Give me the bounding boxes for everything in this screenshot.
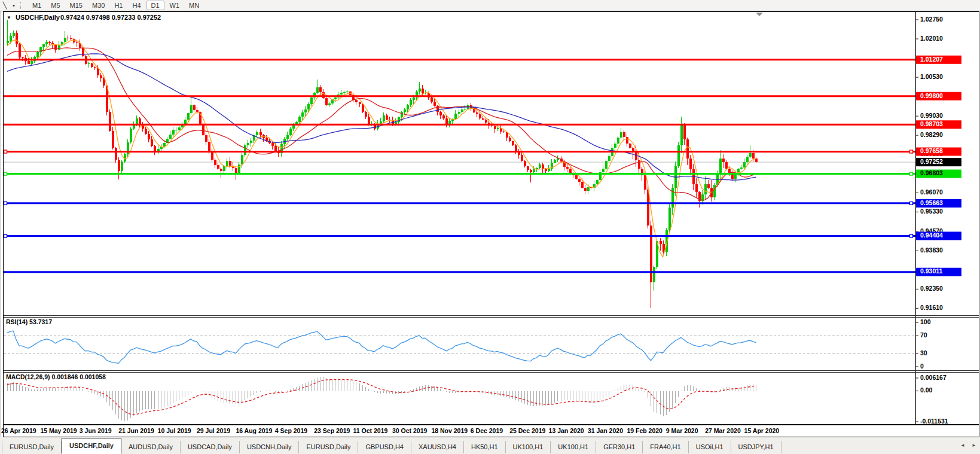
- rsi-axis-label: 70: [920, 331, 927, 339]
- toolbar-dropdown-caret-icon[interactable]: ▾: [10, 3, 18, 8]
- chart-shift-marker[interactable]: [756, 13, 763, 16]
- price-tick-label: 0.92350: [920, 285, 943, 292]
- chart-title-symbol: USDCHF,Daily: [16, 14, 60, 21]
- line-handle[interactable]: [4, 234, 7, 237]
- line-handle[interactable]: [910, 172, 913, 175]
- chart-tab-xauusd-h4[interactable]: XAUUSD,H4: [411, 441, 464, 453]
- timeframe-button-m1[interactable]: M1: [28, 1, 45, 10]
- timeframe-button-w1[interactable]: W1: [166, 1, 184, 10]
- line-handle[interactable]: [4, 172, 7, 175]
- price-badge-0.93011: 0.93011: [916, 267, 961, 276]
- timeframe-button-m5[interactable]: M5: [47, 1, 64, 10]
- line-handle[interactable]: [4, 150, 7, 153]
- svg-text:0.98703: 0.98703: [920, 120, 943, 127]
- chart-tab-gbpusd-h4[interactable]: GBPUSD,H4: [358, 441, 411, 453]
- price-tick-label: 0.95330: [920, 208, 943, 215]
- tabs-scroll-right-icon[interactable]: ►: [972, 443, 976, 448]
- price-badge-0.97658: 0.97658: [916, 147, 961, 156]
- chart-tabs: EURUSD,DailyUSDCHF,DailyAUDUSD,DailyUSDC…: [0, 437, 781, 454]
- horizontal-line-0.97658[interactable]: [4, 150, 915, 153]
- macd-signal-line: [7, 380, 756, 415]
- ma-fast-line: [7, 40, 756, 257]
- date-label: 21 Jun 2019: [118, 427, 154, 434]
- macd-label: MACD(12,26,9) 0.001846 0.001058: [6, 373, 106, 380]
- price-tick-label: 1.00530: [920, 73, 943, 80]
- macd-histogram: [8, 377, 756, 421]
- date-label: 15 May 2019: [40, 427, 77, 434]
- chart-tab-usdcad-daily[interactable]: USDCAD,Daily: [181, 441, 240, 453]
- macd-axis-label: 0.00: [920, 386, 933, 394]
- chart-window[interactable]: USDCHF,Daily0.97424 0.97498 0.97233 0.97…: [0, 11, 980, 437]
- svg-text:0.94404: 0.94404: [920, 231, 943, 239]
- rsi-pane[interactable]: [4, 331, 915, 363]
- horizontal-line-0.96803[interactable]: [4, 172, 915, 175]
- line-handle[interactable]: [910, 150, 913, 153]
- rsi-axis-label: 100: [920, 318, 931, 325]
- timeframe-button-m30[interactable]: M30: [88, 1, 109, 10]
- svg-text:0.93011: 0.93011: [920, 267, 943, 275]
- chart-dropdown-icon[interactable]: ▼: [7, 15, 11, 20]
- timeframe-button-d1[interactable]: D1: [146, 1, 164, 10]
- price-badge-0.96803: 0.96803: [916, 169, 961, 178]
- line-handle[interactable]: [4, 202, 7, 205]
- chart-tab-uk100-h1[interactable]: UK100,H1: [551, 441, 596, 453]
- date-axis[interactable]: 26 Apr 201915 May 20193 Jun 201921 Jun 2…: [1, 427, 779, 434]
- date-label: 6 Dec 2019: [471, 427, 503, 434]
- tabs-scroll-left-icon[interactable]: ◄: [960, 443, 965, 448]
- svg-text:0.97252: 0.97252: [920, 158, 943, 165]
- candles-layer: [7, 20, 758, 308]
- chart-tab-usdjpy-h1[interactable]: USDJPY,H1: [731, 441, 781, 453]
- chart-tab-usoil-h1[interactable]: USOil,H1: [689, 441, 731, 453]
- horizontal-line-0.94404[interactable]: [4, 234, 915, 237]
- date-label: 23 Sep 2019: [314, 427, 350, 434]
- timeframe-button-h4[interactable]: H4: [128, 1, 145, 10]
- date-label: 3 Jun 2019: [80, 427, 112, 434]
- timeframe-button-h1[interactable]: H1: [110, 1, 127, 10]
- horizontal-line-0.95663[interactable]: [4, 202, 915, 205]
- price-badge-0.99800: 0.99800: [916, 92, 961, 100]
- price-tick-label: 0.93830: [920, 246, 943, 254]
- chart-tab-uk100-h1[interactable]: UK100,H1: [506, 441, 551, 453]
- toolbar: ╲ ▾ M1M5M15M30H1H4D1W1MN: [0, 0, 980, 11]
- date-label: 26 Apr 2019: [1, 427, 36, 434]
- chart-tab-usdchf-daily[interactable]: USDCHF,Daily: [62, 438, 121, 454]
- line-tool-icon[interactable]: ╲: [0, 2, 10, 10]
- price-tick-label: 1.02010: [920, 35, 943, 42]
- chart-tab-fra40-h1[interactable]: FRA40,H1: [643, 441, 688, 453]
- main-price-pane[interactable]: [4, 20, 915, 308]
- timeframe-button-m15[interactable]: M15: [66, 1, 87, 10]
- line-handle[interactable]: [910, 202, 913, 205]
- macd-pane[interactable]: [7, 377, 756, 421]
- price-badge-0.95663: 0.95663: [916, 199, 961, 208]
- macd-axis-label: -0.011531: [920, 418, 948, 425]
- chart-tab-eurusd-daily[interactable]: EURUSD,Daily: [2, 441, 62, 453]
- date-label: 13 Jan 2020: [549, 427, 584, 434]
- chart-tab-ger30-h1[interactable]: GER30,H1: [596, 441, 643, 453]
- price-tick-label: 0.91610: [920, 304, 943, 311]
- date-label: 30 Oct 2019: [392, 427, 428, 434]
- date-label: 16 Aug 2019: [236, 427, 272, 434]
- macd-axis-label: 0.006167: [920, 374, 947, 381]
- date-label: 25 Dec 2019: [509, 427, 545, 434]
- date-label: 18 Nov 2019: [431, 427, 468, 434]
- timeframe-buttons: M1M5M15M30H1H4D1W1MN: [28, 0, 204, 11]
- current-price-badge: 0.97252: [916, 158, 961, 166]
- date-label: 29 Jul 2019: [197, 427, 230, 434]
- price-badge-0.98703: 0.98703: [916, 120, 961, 129]
- svg-text:0.95663: 0.95663: [920, 199, 943, 206]
- chart-tab-hk50-h1[interactable]: HK50,H1: [464, 441, 506, 453]
- chart-tab-audusd-daily[interactable]: AUDUSD,Daily: [121, 441, 181, 453]
- chart-tab-eurusd-daily[interactable]: EURUSD,Daily: [299, 441, 358, 453]
- rsi-axis-label: 30: [920, 349, 927, 357]
- chart-tab-usdcnh-daily[interactable]: USDCNH,Daily: [240, 441, 300, 453]
- tab-scroll-controls: ◄ ►: [955, 443, 976, 448]
- price-tick-label: 0.99030: [920, 112, 943, 119]
- rsi-label: RSI(14) 53.7317: [6, 318, 52, 325]
- line-handle[interactable]: [910, 234, 913, 237]
- date-label: 10 Jul 2019: [158, 427, 191, 434]
- date-label: 15 Apr 2020: [744, 427, 780, 434]
- price-tick-label: 0.96070: [920, 188, 943, 196]
- timeframe-button-mn[interactable]: MN: [185, 1, 203, 10]
- price-axis[interactable]: 1.027501.020101.005300.990300.982900.975…: [915, 16, 961, 425]
- toolbar-grip: [20, 2, 23, 9]
